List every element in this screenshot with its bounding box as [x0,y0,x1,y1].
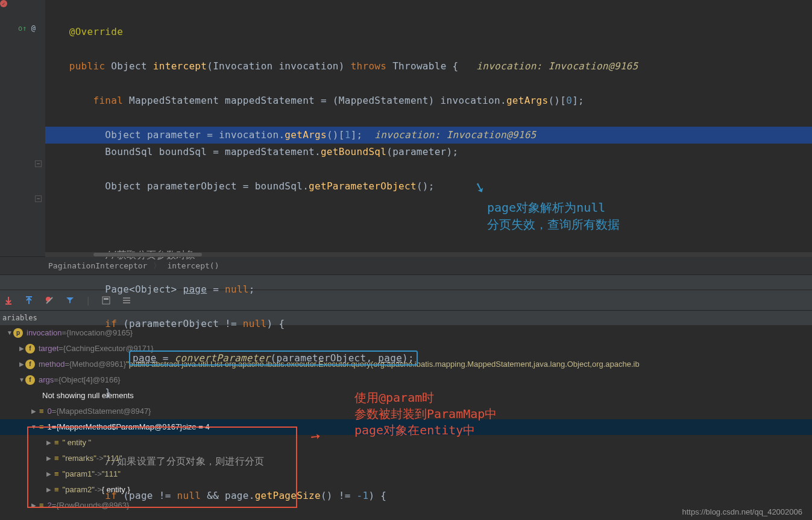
scroll-thumb[interactable] [93,253,202,256]
gutter: o↑ ✓ − − [0,0,45,256]
annotation: @Override [69,26,123,37]
svg-rect-0 [5,303,11,305]
execution-line: Object parameter = invocation.getArgs()[… [45,127,812,144]
watermark-text: https://blog.csdn.net/qq_42002006 [682,507,803,516]
step-up-icon[interactable] [24,296,34,305]
caret-down-icon[interactable]: ▼ [30,419,37,435]
svg-rect-1 [26,296,32,297]
step-down-icon[interactable] [4,296,13,305]
annotation-note-red: 使用@param时 参数被封装到ParamMap中 page对象在entity中 [354,390,497,439]
caret-down-icon[interactable]: ▼ [18,372,25,388]
override-gutter-icon[interactable]: o↑ [18,24,36,33]
inline-hint: invocation: Invocation@9165 [374,129,536,141]
inline-hint: invocation: Invocation@9165 [476,60,638,72]
caret-down-icon[interactable]: ▼ [6,325,13,341]
code-editor[interactable]: o↑ ✓ − − @Override public Object interce… [0,0,812,256]
fold-icon[interactable]: − [35,195,42,202]
caret-right-icon[interactable]: ▶ [18,341,25,357]
caret-right-icon[interactable]: ▶ [18,357,25,372]
fold-icon[interactable]: − [35,160,42,167]
caret-right-icon[interactable]: ▶ [30,498,37,513]
caret-right-icon[interactable]: ▶ [30,404,37,419]
breakpoint-icon[interactable]: ✓ [0,0,7,7]
horizontal-scrollbar[interactable] [45,252,812,257]
code-area[interactable]: @Override public Object intercept(Invoca… [45,0,812,256]
highlighted-expression: page = convertParameter(parameterObject,… [129,350,418,366]
annotation-note: page对象解析为null 分页失效，查询所有数据 [487,199,620,233]
